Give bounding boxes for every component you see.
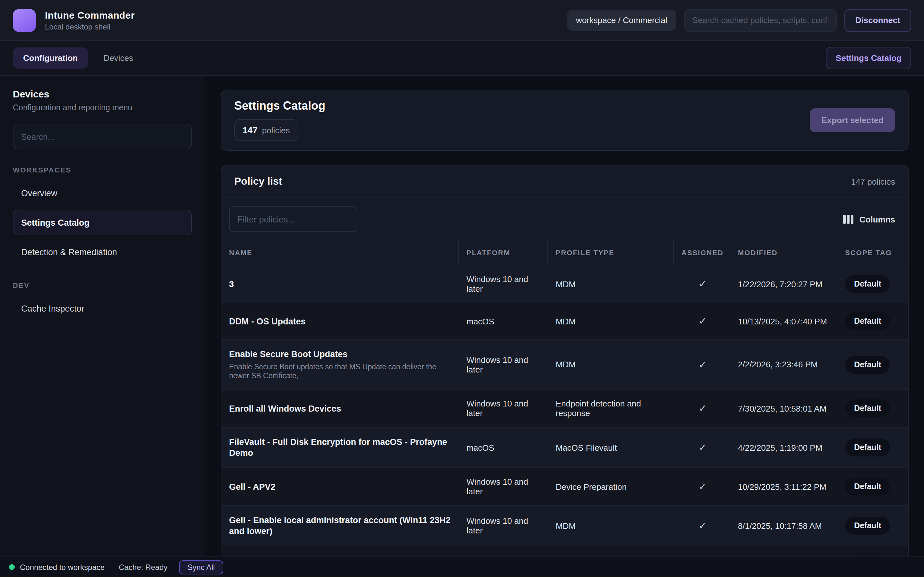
policy-assigned-cell: ✓: [674, 350, 730, 379]
assigned-check-icon: ✓: [698, 442, 706, 453]
policy-scope-cell: Default: [837, 266, 908, 302]
policy-row[interactable]: FileVault - Full Disk Encryption for mac…: [221, 428, 908, 468]
sidebar-title: Devices: [13, 89, 192, 99]
catalog-title: Settings Catalog: [234, 99, 325, 113]
sidebar-items-dev: Cache Inspector: [13, 295, 192, 321]
policy-name: DDM - OS Updates: [229, 316, 452, 327]
app-window: Intune Commander Local desktop shell wor…: [0, 0, 924, 577]
policy-assigned-cell: ✓: [674, 269, 730, 299]
policy-list-header: Policy list 147 policies: [221, 165, 908, 198]
policy-profile-type: Elevation settings policy: [548, 551, 674, 556]
content-area: Devices Configuration and reporting menu…: [0, 76, 924, 556]
settings-catalog-card: Settings Catalog 147 policies Export sel…: [221, 90, 909, 151]
connection-status-text: Connected to workspace: [20, 562, 105, 572]
policy-platform: Windows 10 and later: [459, 346, 548, 383]
policy-row[interactable]: Enroll all Windows Devices Windows 10 an…: [221, 390, 908, 428]
policy-profile-type: MDM: [548, 351, 674, 378]
policy-row[interactable]: Enable Secure Boot Updates Enable Secure…: [221, 340, 908, 390]
policy-modified: 10/29/2025, 3:11:22 PM: [730, 473, 837, 500]
policy-scope-cell: Default: [837, 347, 908, 382]
policy-name-cell: Gell - Enable local administrator accoun…: [221, 506, 459, 546]
policy-description: Enable Secure Boot updates so that MS Up…: [229, 362, 452, 380]
tab-configuration[interactable]: Configuration: [13, 47, 88, 69]
workspace-badge[interactable]: workspace / Commercial: [567, 10, 676, 31]
filter-policies-input[interactable]: [229, 206, 357, 232]
policy-name-cell: 3: [221, 269, 459, 298]
tab-devices[interactable]: Devices: [93, 47, 144, 69]
scope-tag-badge: Default: [845, 517, 890, 535]
sidebar-item-settings-catalog[interactable]: Settings Catalog: [13, 210, 192, 235]
policy-modified: 7/30/2025, 10:58:01 AM: [730, 395, 837, 422]
policy-platform: Windows 10 and later: [459, 468, 548, 505]
policy-platform: Windows 10 and later: [459, 507, 548, 544]
policy-name-cell: DDM - OS Updates: [221, 307, 459, 335]
app-title-block: Intune Commander Local desktop shell: [45, 9, 135, 31]
columns-button[interactable]: Columns: [843, 214, 895, 224]
global-search-input[interactable]: [684, 9, 837, 32]
policy-assigned-cell: ✓: [674, 433, 730, 462]
column-header-platform: PLATFORM: [459, 240, 548, 265]
policy-name-cell: Gell - APV2: [221, 472, 459, 501]
assigned-check-icon: ✓: [698, 278, 706, 290]
policy-profile-type: MDM: [548, 308, 674, 335]
policy-row[interactable]: Gell - EPM - Settings Policy Windows 10 …: [221, 546, 908, 556]
cache-status-text: Cache: Ready: [119, 562, 168, 572]
policy-profile-type: Device Preparation: [548, 473, 674, 500]
policy-list-count: 147 policies: [851, 177, 895, 186]
policy-name: 3: [229, 279, 452, 290]
policy-profile-type: Endpoint detection and response: [548, 390, 674, 427]
policy-name: Enroll all Windows Devices: [229, 403, 452, 414]
assigned-check-icon: ✓: [698, 316, 706, 327]
column-header-name: NAME: [221, 240, 459, 265]
sidebar-item-cache-inspector[interactable]: Cache Inspector: [13, 295, 192, 321]
policy-name: Gell - Enable local administrator accoun…: [229, 515, 452, 537]
scope-tag-badge: Default: [845, 478, 890, 496]
scope-tag-badge: Default: [845, 275, 890, 293]
sidebar-items-workspaces: Overview Settings Catalog Detection & Re…: [13, 180, 192, 265]
sidebar-search-input[interactable]: [13, 124, 192, 149]
policy-name: Enable Secure Boot Updates: [229, 349, 452, 359]
policy-platform: Windows 10 and later: [459, 546, 548, 556]
column-header-modified: MODIFIED: [730, 240, 837, 265]
scope-tag-badge: Default: [845, 438, 890, 456]
main-panel: Settings Catalog 147 policies Export sel…: [205, 76, 924, 556]
policy-platform: Windows 10 and later: [459, 266, 548, 303]
export-selected-button[interactable]: Export selected: [810, 108, 895, 132]
policy-row[interactable]: 3 Windows 10 and later MDM ✓ 1/22/2026, …: [221, 266, 908, 303]
policy-count-suffix: policies: [262, 125, 290, 135]
assigned-check-icon: ✓: [698, 481, 706, 492]
policy-platform: macOS: [459, 308, 548, 335]
column-header-profile-type: PROFILE TYPE: [548, 240, 674, 265]
policy-profile-type: MDM: [548, 512, 674, 540]
policy-row[interactable]: DDM - OS Updates macOS MDM ✓ 10/13/2025,…: [221, 303, 908, 340]
scope-tag-badge: Default: [845, 312, 890, 330]
policy-modified: 10/13/2025, 4:07:40 PM: [730, 308, 837, 335]
policy-row[interactable]: Gell - Enable local administrator accoun…: [221, 506, 908, 546]
policy-profile-type: MacOS Filevault: [548, 434, 674, 461]
disconnect-button[interactable]: Disconnect: [845, 9, 911, 32]
sync-all-button[interactable]: Sync All: [179, 560, 223, 574]
policy-profile-type: MDM: [548, 270, 674, 298]
policy-count: 147: [242, 125, 258, 135]
scope-tag-badge: Default: [845, 400, 890, 417]
catalog-title-block: Settings Catalog 147 policies: [234, 99, 325, 141]
top-nav: Configuration Devices Settings Catalog: [0, 41, 924, 76]
connection-status-dot-icon: [9, 564, 15, 570]
policy-name-cell: Enable Secure Boot Updates Enable Secure…: [221, 340, 459, 389]
policy-table-header: NAME PLATFORM PROFILE TYPE ASSIGNED MODI…: [221, 240, 908, 266]
sidebar-item-overview[interactable]: Overview: [13, 180, 192, 206]
sidebar-item-detection-remediation[interactable]: Detection & Remediation: [13, 239, 192, 265]
settings-catalog-button[interactable]: Settings Catalog: [826, 47, 911, 69]
policy-row[interactable]: Gell - APV2 Windows 10 and later Device …: [221, 468, 908, 506]
scope-tag-badge: Default: [845, 356, 890, 374]
policy-scope-cell: Default: [837, 508, 908, 544]
policy-assigned-cell: ✓: [674, 550, 730, 556]
policy-scope-cell: Default: [837, 390, 908, 426]
app-subtitle: Local desktop shell: [45, 22, 135, 31]
status-bar: Connected to workspace Cache: Ready Sync…: [0, 556, 924, 577]
policy-assigned-cell: ✓: [674, 394, 730, 423]
columns-label: Columns: [859, 214, 895, 224]
policy-name-cell: Gell - EPM - Settings Policy: [221, 550, 459, 556]
header-actions: workspace / Commercial Disconnect: [567, 9, 911, 32]
columns-icon: [843, 215, 854, 224]
